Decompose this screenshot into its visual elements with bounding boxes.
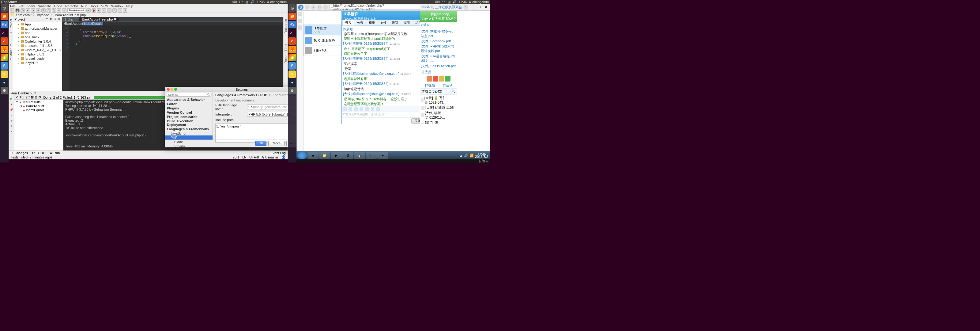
user-menu[interactable]: ⚙ chengshuo <box>469 0 489 4</box>
task-term-icon[interactable]: >_ <box>366 152 377 159</box>
font-icon[interactable] <box>343 107 347 111</box>
tray-icon[interactable]: 📶 <box>469 154 474 158</box>
paste-icon[interactable]: 📋 <box>46 8 51 13</box>
clock[interactable]: 11:36 <box>458 0 467 4</box>
menu-icon[interactable]: ≡ <box>463 5 468 10</box>
code-editor[interactable]: 232425262728 { $stack = array(1, 2, 3, 4… <box>62 26 283 91</box>
tray-icon[interactable]: ▲ <box>460 154 463 157</box>
member-item[interactable]: [大侠] 胡湘师-1105- <box>421 105 456 110</box>
tool-run-tab[interactable]: 4: Run <box>50 151 60 155</box>
dash-icon[interactable]: ◎ <box>1 4 8 12</box>
system-tray[interactable]: ▲ 🔊 📶 11:362016/3/2 <box>460 153 489 158</box>
copy-icon[interactable]: ⧉ <box>41 8 46 13</box>
rerun-icon[interactable]: ▶ <box>10 96 14 101</box>
maximize-window-icon[interactable] <box>174 88 177 91</box>
terminal-icon[interactable]: >_ <box>1 29 8 37</box>
task-media-icon[interactable]: ▶ <box>331 152 342 159</box>
find-icon[interactable]: 🔍 <box>52 8 56 13</box>
cancel-button[interactable]: Cancel <box>268 141 285 146</box>
app-icon[interactable]: ● <box>288 79 296 86</box>
export-icon[interactable]: ⤴ <box>10 124 14 128</box>
chrome-icon[interactable]: ◉ <box>288 54 296 61</box>
file-encoding[interactable]: UTF-8 <box>249 155 259 159</box>
qq-conversation-item[interactable]: To C 线上服务 <box>304 35 341 46</box>
line-ending[interactable]: LF <box>242 155 246 159</box>
terminal-icon[interactable]: >_ <box>288 29 296 37</box>
panel-collapse-icon[interactable]: ⊖ <box>46 17 48 21</box>
settings-nav-item[interactable]: Project: com.carbit <box>165 115 213 119</box>
member-item[interactable]: [掌门] 傅伟-1225(960… <box>421 120 456 124</box>
settings-nav-item[interactable]: Appearance & Behavior <box>165 98 213 102</box>
task-app-icon[interactable]: ● <box>377 152 388 159</box>
tool-changes-tab[interactable]: 9: Changes <box>11 151 28 155</box>
forward-nav-icon[interactable]: › <box>311 5 316 10</box>
debug-icon[interactable]: 🐞 <box>92 8 96 13</box>
crumb-file[interactable]: BankAcountTest.php <box>54 13 87 17</box>
phpstorm-icon[interactable]: PS <box>1 21 8 28</box>
tool-database-tab[interactable]: Database <box>284 18 288 34</box>
editor-icon[interactable]: ✎ <box>1 70 8 78</box>
members-header[interactable]: 群成员(32/42)🔍 <box>420 88 457 95</box>
close-tab-icon[interactable]: ✕ <box>114 17 116 21</box>
back-nav-icon[interactable]: ‹ <box>305 5 310 10</box>
editor-icon[interactable]: ✎ <box>288 70 296 78</box>
fav-icon[interactable] <box>298 12 302 16</box>
interpreter-select[interactable]: PHP 5.5 (5.5.9-1ubuntu4.12) <box>248 112 291 116</box>
image-icon[interactable] <box>360 107 363 111</box>
close-run-icon[interactable]: ✕ <box>10 130 14 134</box>
open-icon[interactable]: 📂 <box>10 8 14 13</box>
redo-icon[interactable]: ↷ <box>31 8 35 13</box>
up-icon[interactable]: ↑ <box>10 118 14 123</box>
network-icon[interactable]: ▥ <box>245 0 248 4</box>
group-file-item[interactable]: [文件] Solr.in.Action.pdf <box>421 64 456 69</box>
qq-tab-chat[interactable]: 聊天 <box>342 19 354 26</box>
group-file-item[interactable]: [文件] (Go语言编程).阅读版…… <box>421 54 456 64</box>
menu-run[interactable]: Run <box>81 4 87 8</box>
qq-tab[interactable]: 相册 <box>366 20 377 26</box>
history-icon[interactable] <box>298 19 302 23</box>
qq-tab[interactable]: 文件 <box>378 20 389 26</box>
qq-tab[interactable]: 应用 <box>401 20 412 26</box>
run-icon[interactable]: ▶ <box>86 8 91 13</box>
task-qq-icon[interactable]: 🐧 <box>354 152 365 159</box>
chrome-icon[interactable]: ◉ <box>1 54 8 61</box>
keyboard-icon[interactable]: ⌨ <box>435 0 440 4</box>
forward-icon[interactable]: → <box>62 8 67 13</box>
maximize-icon[interactable]: ☐ <box>477 5 482 9</box>
emoji-icon[interactable] <box>348 107 352 111</box>
input-method-indicator[interactable]: Zh <box>442 0 445 4</box>
start-button[interactable] <box>297 152 307 159</box>
down-icon[interactable]: ↓ <box>10 113 14 117</box>
member-item[interactable]: [大侠] 李茂安-0129(15… <box>421 110 456 120</box>
lang-level-select[interactable]: 5.5 <box>248 105 253 109</box>
menu-tools[interactable]: Tools <box>90 4 98 8</box>
settings-icon[interactable]: ⚙ <box>1 87 8 94</box>
app-icon[interactable]: ● <box>1 79 8 86</box>
menu-vcs[interactable]: VCS <box>101 4 108 8</box>
keyboard-icon[interactable]: ⌨ <box>232 0 237 4</box>
software-center-icon[interactable]: A <box>1 37 8 45</box>
menu-refactor[interactable]: Refactor <box>65 4 78 8</box>
stop-icon[interactable]: ■ <box>97 8 101 13</box>
vcs-history-icon[interactable]: 🕘 <box>112 8 117 13</box>
close-tab-icon[interactable]: ✕ <box>74 17 77 21</box>
tool-project-tab[interactable]: 1: Project <box>9 18 13 34</box>
bookmark-link[interactable]: 加载器 <box>422 5 430 9</box>
music-icon[interactable] <box>376 107 380 111</box>
menu-edit[interactable]: Edit <box>19 4 24 8</box>
editor-tab-active[interactable]: BankAcountTest.php✕ <box>80 17 119 21</box>
files-icon[interactable]: 📁 <box>1 13 8 20</box>
git-branch[interactable]: Git: master <box>262 155 278 159</box>
back-icon[interactable]: ← <box>57 8 61 13</box>
crumb-project[interactable]: com.carbit <box>15 13 32 17</box>
screenshot-icon[interactable] <box>365 107 369 111</box>
volume-icon[interactable]: 🔊 <box>250 0 255 4</box>
reload-nav-icon[interactable]: ↻ <box>317 5 322 10</box>
network-icon[interactable]: ▥ <box>447 0 450 4</box>
group-video-link[interactable]: 群视频 <box>425 83 435 88</box>
app-box-icon[interactable] <box>433 76 438 82</box>
close-window-icon[interactable] <box>167 88 170 91</box>
settings-nav-item[interactable]: Version Control <box>165 110 213 115</box>
menu-view[interactable]: View <box>27 4 35 8</box>
qq-tab[interactable]: 设置 <box>390 20 401 26</box>
